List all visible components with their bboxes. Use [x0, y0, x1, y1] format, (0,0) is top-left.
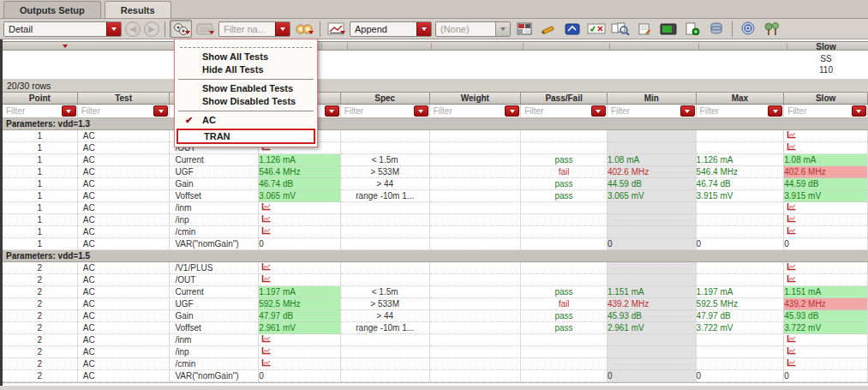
filter-dropdown-icon[interactable]	[852, 105, 866, 117]
waveform-chart-icon[interactable]	[261, 226, 272, 237]
hierarchy-button[interactable]	[761, 20, 783, 38]
filter-dropdown-icon[interactable]	[153, 105, 168, 117]
plot-mode-dropdown-icon[interactable]	[416, 22, 431, 36]
waveform-chart-icon[interactable]	[261, 214, 272, 225]
history-combo[interactable]: (None)	[435, 21, 511, 37]
show-hide-tests-button[interactable]	[170, 20, 192, 38]
filter-dropdown-icon[interactable]	[680, 105, 695, 117]
waveform-chart-icon[interactable]	[787, 202, 797, 213]
col-header-max[interactable]: Max	[697, 93, 785, 105]
replace-mode-button[interactable]: 123	[194, 20, 216, 38]
filter-dropdown-icon[interactable]	[414, 105, 428, 117]
filter-cell[interactable]: Filter	[521, 105, 608, 118]
search-dropdown-icon[interactable]	[308, 31, 314, 37]
target-button[interactable]	[737, 20, 759, 38]
table-row[interactable]: 2AC/inp	[3, 346, 868, 358]
calculator-button[interactable]	[513, 20, 536, 38]
table-row[interactable]: 1AC/inp	[3, 214, 868, 226]
col-header-test[interactable]: Test	[78, 93, 171, 105]
filter-name-dropdown-icon[interactable]	[275, 22, 290, 36]
waveform-chart-icon[interactable]	[787, 142, 797, 153]
annotate-button[interactable]	[537, 20, 560, 38]
table-row[interactable]: 2AC/cmin	[3, 358, 868, 370]
table-row[interactable]: 1ACVAR("nomGain")0000	[3, 238, 868, 250]
filter-cell[interactable]: Filter	[608, 105, 697, 118]
waveform-chart-icon[interactable]	[787, 226, 797, 237]
col-header-pass-fail[interactable]: Pass/Fail	[521, 93, 608, 105]
table-row[interactable]: 1AC/OUT	[3, 142, 868, 154]
export-button[interactable]	[681, 20, 703, 38]
menu-item-show-enabled-tests[interactable]: Show Enabled Tests	[177, 82, 315, 95]
table-row[interactable]: 2ACCurrent1.197 mA< 1.5mpass1.151 mA1.19…	[3, 286, 868, 298]
table-row[interactable]: 2ACUGF592.5 MHz> 533Mfail439.2 MHz592.5 …	[3, 298, 868, 310]
filter-cell[interactable]: Filter	[78, 105, 171, 118]
waveform-chart-icon[interactable]	[261, 346, 272, 357]
table-row[interactable]: 1AC/inm	[3, 202, 868, 214]
filter-name-input[interactable]: Filter na...	[218, 21, 290, 37]
plot-button[interactable]	[325, 20, 347, 38]
filter-cell[interactable]: Filter	[341, 105, 430, 118]
menu-item-show-all-tests[interactable]: Show All Tests	[177, 51, 315, 63]
waveform-chart-icon[interactable]	[261, 274, 272, 285]
view-mode-dropdown-icon[interactable]	[106, 22, 121, 36]
back-button[interactable]: ◀	[125, 21, 141, 37]
filter-dropdown-icon[interactable]	[325, 105, 339, 117]
waveform-chart-icon[interactable]	[787, 262, 797, 273]
table-row[interactable]: 1ACGain46.74 dB> 44pass44.59 dB46.74 dB4…	[3, 178, 868, 190]
table-row[interactable]: 1ACUGF546.4 MHz> 533Mfail402.6 MHz546.4 …	[3, 166, 868, 178]
show-hide-tests-dropdown-icon[interactable]	[185, 31, 190, 37]
waveform-chart-icon[interactable]	[787, 358, 797, 369]
log-button[interactable]	[633, 20, 655, 38]
waveform-chart-icon[interactable]	[787, 214, 797, 225]
table-row[interactable]: 2ACGain47.97 dB> 44pass45.93 dB47.97 dB4…	[3, 310, 868, 322]
menu-item-hide-all-tests[interactable]: Hide All Tests	[177, 63, 315, 76]
table-row[interactable]: 2AC/OUT	[3, 274, 868, 286]
table-row[interactable]: 1ACCurrent1.126 mA< 1.5mpass1.08 mA1.126…	[3, 154, 868, 166]
table-row[interactable]: 1AC/V1/PLUS	[3, 130, 868, 142]
tab-outputs-setup[interactable]: Outputs Setup	[3, 1, 101, 18]
pass-fail-button[interactable]	[585, 20, 608, 38]
tab-results[interactable]: Results	[105, 1, 171, 18]
menu-item-ac[interactable]: ✔AC	[177, 114, 315, 127]
col-header-weight[interactable]: Weight	[430, 93, 522, 105]
find-results-button[interactable]	[609, 20, 632, 38]
filter-dropdown-icon[interactable]	[591, 105, 606, 117]
search-button[interactable]	[293, 20, 315, 38]
waveform-chart-icon[interactable]	[787, 334, 797, 345]
waveform-chart-icon[interactable]	[787, 130, 797, 141]
table-row[interactable]: 2ACVAR("nomGain")0000	[3, 370, 868, 382]
menu-tearoff-handle[interactable]	[180, 41, 312, 48]
table-row[interactable]: 2AC/V1/PLUS	[3, 262, 868, 274]
col-header-spec[interactable]: Spec	[341, 93, 430, 105]
filter-cell[interactable]: Filter	[3, 105, 78, 118]
waveform-chart-icon[interactable]	[787, 346, 797, 357]
waveform-chart-icon[interactable]	[261, 334, 272, 345]
filter-cell[interactable]: Filter	[430, 105, 522, 118]
database-button[interactable]	[705, 20, 727, 38]
monitor-button[interactable]	[657, 20, 679, 38]
view-mode-combo[interactable]: Detail	[3, 21, 122, 37]
plot-mode-combo[interactable]: Append	[350, 21, 432, 37]
filter-cell[interactable]: Filter	[784, 105, 868, 118]
table-row[interactable]: 2AC/inm	[3, 334, 868, 346]
table-row[interactable]: 1ACVoffset3.065 mVrange -10m 1...pass3.0…	[3, 190, 868, 202]
plot-dropdown-icon[interactable]	[340, 31, 345, 37]
menu-item-tran[interactable]: TRAN	[177, 129, 315, 144]
filter-dropdown-icon[interactable]	[768, 105, 782, 117]
waveform-chart-icon[interactable]	[787, 274, 797, 285]
corner-dropdown-icon[interactable]	[63, 45, 68, 51]
replace-mode-dropdown-icon[interactable]	[209, 31, 214, 37]
forward-button[interactable]: ▶	[144, 21, 159, 37]
waveform-chart-icon[interactable]	[261, 358, 272, 369]
col-header-min[interactable]: Min	[608, 93, 697, 105]
filter-dropdown-icon[interactable]	[62, 105, 76, 117]
filter-cell[interactable]: Filter	[697, 105, 785, 118]
col-header-slow[interactable]: Slow	[784, 93, 868, 105]
col-header-point[interactable]: Point	[3, 93, 78, 105]
menu-item-show-disabled-tests[interactable]: Show Disabled Tests	[177, 95, 315, 108]
waveform-chart-icon[interactable]	[261, 262, 272, 273]
table-row[interactable]: 2ACVoffset2.961 mVrange -10m 1...pass2.9…	[3, 322, 868, 334]
waveform-chart-icon[interactable]	[261, 202, 272, 213]
history-dropdown-icon[interactable]	[495, 22, 510, 36]
filter-dropdown-icon[interactable]	[505, 105, 519, 117]
